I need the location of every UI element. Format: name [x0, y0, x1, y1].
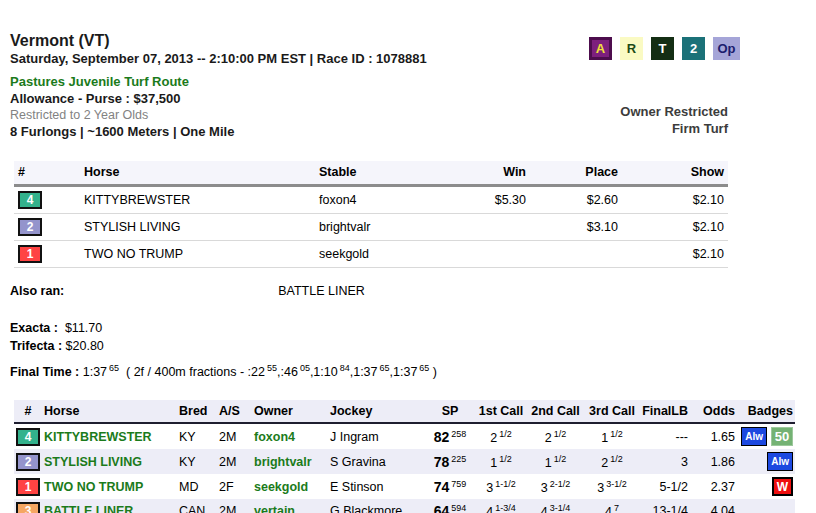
payouts-block: Exacta : $11.70 Trifecta : $20.80 Final …	[10, 319, 816, 381]
win-payout	[430, 241, 530, 268]
flag-open-icon: Op	[713, 37, 740, 60]
saddle-number-badge: 3	[16, 502, 40, 513]
call-position: 3	[597, 481, 604, 495]
call-lengths: 1/2	[499, 429, 512, 439]
col-odds: Odds	[690, 400, 737, 423]
call-lengths: 1-1/2	[495, 479, 516, 489]
horse-name: KITTYBREWSTER	[80, 186, 315, 214]
flag-age-icon: 2	[682, 37, 705, 60]
saddle-number-badge: 1	[18, 245, 42, 263]
owner-name[interactable]: vertain	[252, 499, 328, 513]
winner-badge: W	[772, 477, 793, 496]
stable-name[interactable]: seekgold	[315, 241, 430, 268]
speed-figure-sub: 594	[451, 503, 466, 513]
trifecta-line: Trifecta : $20.80	[10, 337, 816, 355]
age-sex-value: 2M	[217, 449, 252, 474]
call-position: 3	[541, 481, 548, 495]
speed-figure: 74	[434, 479, 450, 495]
race-results-page: A R T 2 Op Owner Restricted Firm Turf Ve…	[0, 0, 816, 513]
final-lengths-back: 13-1/4	[640, 499, 690, 513]
race-flags: A R T 2 Op	[589, 37, 740, 60]
saddle-number-badge: 4	[16, 428, 40, 446]
col-age-sex: A/S	[217, 400, 252, 423]
fraction-5-sup: 65	[419, 363, 429, 373]
final-lengths-back: 3	[640, 449, 690, 474]
place-payout: $2.60	[530, 186, 622, 214]
col-bred: Bred	[177, 400, 217, 423]
horse-name[interactable]: BATTLE LINER	[42, 499, 177, 513]
saddle-number-badge: 2	[16, 453, 40, 471]
owner-name[interactable]: seekgold	[252, 474, 328, 499]
also-ran-row: Also ran: BATTLE LINER	[10, 284, 816, 298]
fraction-3: ,1:10	[310, 365, 338, 379]
stable-name[interactable]: brightvalr	[315, 214, 430, 241]
jockey-name: J Ingram	[328, 423, 425, 449]
also-ran-label: Also ran:	[10, 284, 64, 298]
show-payout: $2.10	[622, 214, 728, 241]
final-time-label: Final Time :	[10, 365, 79, 379]
col-2nd-call: 2nd Call	[527, 400, 584, 423]
flag-turf-icon: T	[651, 37, 674, 60]
fifty-badge: 50	[771, 427, 793, 446]
call-position: 3	[486, 481, 493, 495]
stable-name[interactable]: foxon4	[315, 186, 430, 214]
place-payout	[530, 241, 622, 268]
call-position: 2	[601, 456, 608, 470]
call-lengths: 1-3/4	[495, 503, 516, 513]
horse-name[interactable]: STYLISH LIVING	[42, 449, 177, 474]
table-row: 2 STYLISH LIVING KY 2M brightvalr S Grav…	[14, 449, 795, 474]
table-row: 1 TWO NO TRUMP seekgold $2.10	[14, 241, 728, 268]
horse-name[interactable]: TWO NO TRUMP	[42, 474, 177, 499]
col-show: Show	[622, 161, 728, 186]
bred-value: CAN	[177, 499, 217, 513]
win-payout	[430, 214, 530, 241]
age-sex-value: 2M	[217, 499, 252, 513]
call-position: 4	[486, 505, 493, 513]
odds-value: 4.04	[690, 499, 737, 513]
call-lengths: 7	[614, 503, 619, 513]
bred-value: MD	[177, 474, 217, 499]
call-position: 1	[601, 431, 608, 445]
speed-figure: 82	[434, 429, 450, 445]
horse-name[interactable]: KITTYBREWSTER	[42, 423, 177, 449]
exacta-line: Exacta : $11.70	[10, 319, 816, 337]
call-lengths: 3-1/4	[550, 503, 571, 513]
trifecta-value: $20.80	[66, 339, 104, 353]
saddle-number-badge: 2	[18, 218, 42, 236]
final-time-value: 1:37	[83, 365, 107, 379]
jockey-name: E Stinson	[328, 474, 425, 499]
owner-restricted-label: Owner Restricted	[620, 103, 728, 120]
call-position: 4	[541, 505, 548, 513]
final-lengths-back: 5-1/2	[640, 474, 690, 499]
col-place: Place	[530, 161, 622, 186]
horse-name: TWO NO TRUMP	[80, 241, 315, 268]
place-payout: $3.10	[530, 214, 622, 241]
col-3rd-call: 3rd Call	[584, 400, 640, 423]
table-row: 4 KITTYBREWSTER KY 2M foxon4 J Ingram 82…	[14, 423, 795, 449]
allowance-badge: Alw	[741, 427, 767, 446]
col-win: Win	[430, 161, 530, 186]
speed-figure: 78	[434, 454, 450, 470]
table-row: 2 STYLISH LIVING brightvalr $3.10 $2.10	[14, 214, 728, 241]
call-lengths: 1/2	[554, 429, 567, 439]
col-finallb: FinalLB	[640, 400, 690, 423]
saddle-number-badge: 1	[16, 478, 40, 496]
surface-label: Firm Turf	[620, 120, 728, 137]
speed-figure-sub: 258	[451, 429, 466, 439]
fractions-prefix: ( 2f / 400m fractions -	[126, 365, 248, 379]
fraction-5: ,1:37	[390, 365, 418, 379]
saddle-number-badge: 4	[18, 191, 42, 209]
owner-name[interactable]: foxon4	[252, 423, 328, 449]
final-time-line: Final Time : 1:3765 ( 2f / 400m fraction…	[10, 359, 816, 381]
restriction-block: Owner Restricted Firm Turf	[620, 103, 728, 137]
exacta-value: $11.70	[65, 321, 102, 335]
col-stable: Stable	[315, 161, 430, 186]
call-lengths: 1/2	[554, 454, 567, 464]
col-horse: Horse	[42, 400, 177, 423]
fractions-suffix: )	[429, 365, 437, 379]
fraction-2: ,:46	[277, 365, 298, 379]
call-lengths: 1/2	[610, 429, 623, 439]
call-lengths: 1/2	[499, 454, 512, 464]
allowance-badge: Alw	[767, 452, 793, 471]
owner-name[interactable]: brightvalr	[252, 449, 328, 474]
